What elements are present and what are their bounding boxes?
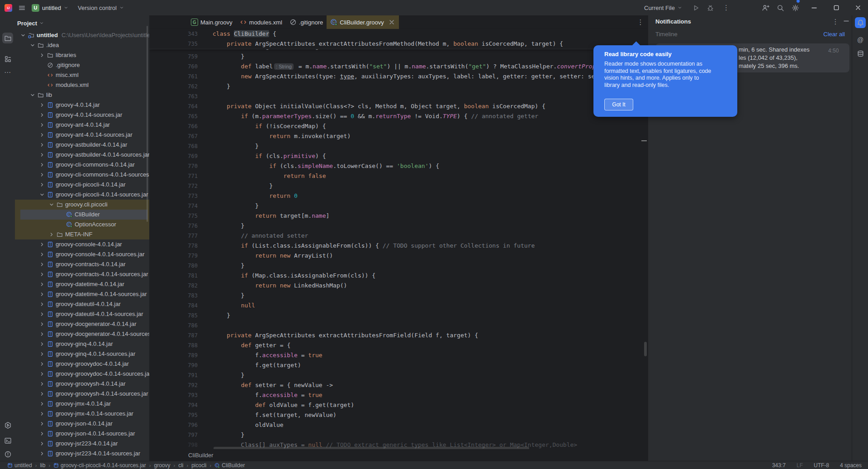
code-line[interactable]: 778 if (List.class.isAssignableFrom(cls)… (149, 241, 648, 251)
tab-clibuilder-groovy[interactable]: CCliBuilder.groovy (327, 15, 399, 29)
tree-row[interactable]: groovy-docgenerator-4.0.14.jar (15, 319, 149, 329)
code-line[interactable]: 767 return m.invoke(target) (149, 131, 648, 141)
code-line[interactable]: 792 def setter = { newValue -> (149, 380, 648, 390)
tree-row[interactable]: groovy-groovysh-4.0.14.jar (15, 379, 149, 389)
close-button[interactable] (854, 0, 862, 15)
tree-row[interactable]: groovy-groovydoc-4.0.14.jar (15, 359, 149, 369)
tree-row[interactable]: misc.xml (15, 70, 149, 80)
chevron-right-icon[interactable] (39, 421, 45, 426)
tree-row[interactable]: groovy-cli-commons-4.0.14-sources.jar (15, 170, 149, 180)
code-line[interactable]: 768 } (149, 141, 648, 151)
code-line[interactable]: 775 return target[m.name] (149, 211, 648, 221)
code-line[interactable]: 765 if (m.parameterTypes.size() == 0 && … (149, 111, 648, 121)
status-breadcrumb-item[interactable]: cli (178, 462, 183, 469)
tab--gitignore[interactable]: .gitignore (286, 15, 327, 29)
code-line[interactable]: 787 private ArgSpecAttributes extractAtt… (149, 330, 648, 340)
run-config-selector[interactable]: Current File (644, 0, 682, 15)
status-widget-utf-8[interactable]: UTF-8 (814, 462, 829, 469)
ai-assistant-rail-button[interactable]: @ (855, 34, 866, 45)
tree-row[interactable]: .idea (15, 40, 149, 50)
vertical-scrollbar[interactable] (644, 342, 647, 356)
tree-row[interactable]: groovy-ant-4.0.14.jar (15, 120, 149, 130)
tree-row[interactable]: groovy-ginq-4.0.14-sources.jar (15, 349, 149, 359)
code-line[interactable]: 770 if (cls.simpleName.toLowerCase() == … (149, 161, 648, 171)
chevron-right-icon[interactable] (39, 53, 45, 58)
tree-row[interactable]: groovy-dateutil-4.0.14-sources.jar (15, 309, 149, 319)
code-line[interactable]: 784 null (149, 301, 648, 311)
chevron-right-icon[interactable] (39, 441, 45, 446)
tab-modules-xml[interactable]: modules.xml (236, 15, 286, 29)
database-rail-button[interactable] (855, 48, 866, 59)
breadcrumb[interactable]: CliBuilder (188, 452, 213, 459)
vcs-widget[interactable]: Version control (78, 0, 124, 15)
tree-row[interactable]: groovy-jsr223-4.0.14-sources.jar (15, 449, 149, 459)
project-widget[interactable]: U untitled (32, 0, 68, 15)
tree-row[interactable]: groovy-4.0.14-sources.jar (15, 110, 149, 120)
chevron-right-icon[interactable] (39, 351, 45, 357)
tree-row[interactable]: groovy-datetime-4.0.14.jar (15, 279, 149, 289)
code-line[interactable]: 766 if (!isCoercedMap) { (149, 121, 648, 131)
tree-row[interactable]: groovy-cli-commons-4.0.14.jar (15, 160, 149, 170)
chevron-right-icon[interactable] (39, 142, 45, 148)
chevron-right-icon[interactable] (49, 232, 54, 237)
tree-row[interactable]: untitledC:\Users\User\IdeaProjects\untit… (15, 30, 149, 40)
hide-panel-button[interactable] (843, 17, 850, 24)
tree-row[interactable]: groovy-astbuilder-4.0.14-sources.jar (15, 150, 149, 160)
chevron-right-icon[interactable] (39, 182, 45, 187)
tree-row[interactable]: groovy-groovydoc-4.0.14-sources.jar (15, 369, 149, 379)
tree-row[interactable]: groovy-cli-picocli-4.0.14-sources.jar (15, 190, 149, 200)
chevron-right-icon[interactable] (39, 411, 45, 416)
chevron-right-icon[interactable] (39, 381, 45, 387)
code-line[interactable]: 790 f.get(target) (149, 360, 648, 370)
got-it-button[interactable]: Got It (604, 99, 633, 110)
rail-button-services[interactable] (2, 420, 13, 431)
tree-row[interactable]: groovy-console-4.0.14-sources.jar (15, 249, 149, 259)
tree-row[interactable]: groovy-jmx-4.0.14.jar (15, 399, 149, 409)
status-breadcrumb-item[interactable]: CCliBuilder (214, 462, 245, 469)
code-viewport[interactable]: 759 }760 def label: String = m.name.star… (149, 52, 648, 450)
maximize-button[interactable] (833, 0, 840, 15)
tree-row[interactable]: groovy-dateutil-4.0.14.jar (15, 299, 149, 309)
chevron-right-icon[interactable] (39, 262, 45, 267)
chevron-right-icon[interactable] (39, 391, 45, 397)
chevron-right-icon[interactable] (39, 122, 45, 128)
code-line[interactable]: 783 } (149, 291, 648, 301)
tree-row[interactable]: groovy.cli.picocli (15, 200, 149, 210)
main-menu-button[interactable] (18, 0, 26, 15)
chevron-right-icon[interactable] (39, 172, 45, 177)
tree-row[interactable]: groovy-jmx-4.0.14-sources.jar (15, 409, 149, 419)
chevron-down-icon[interactable] (30, 43, 35, 48)
status-breadcrumb-item[interactable]: picocli (191, 462, 206, 469)
code-line[interactable]: 760 def label: String = m.name.startsWit… (149, 62, 648, 72)
chevron-right-icon[interactable] (39, 292, 45, 297)
chevron-right-icon[interactable] (39, 252, 45, 257)
code-line[interactable]: 782 return new LinkedHashMap() (149, 281, 648, 291)
status-breadcrumb-item[interactable]: untitled (7, 462, 32, 469)
tree-row[interactable]: groovy-contracts-4.0.14-sources.jar (15, 269, 149, 279)
code-line[interactable]: 764 private Object initialValue(Class<?>… (149, 101, 648, 111)
chevron-right-icon[interactable] (39, 272, 45, 277)
code-line[interactable]: 786 (149, 321, 648, 330)
tree-row[interactable]: groovy-console-4.0.14.jar (15, 239, 149, 249)
rail-button-project-folder[interactable] (2, 33, 13, 43)
chevron-right-icon[interactable] (39, 401, 45, 407)
chevron-right-icon[interactable] (39, 311, 45, 317)
status-breadcrumb-item[interactable]: groovy-cli-picocli-4.0.14-sources.jar (53, 462, 146, 469)
code-line[interactable]: 761 new ArgSpecAttributes(type: type, au… (149, 72, 648, 81)
chevron-down-icon[interactable] (20, 33, 26, 38)
status-breadcrumb-item[interactable]: groovy (154, 462, 170, 469)
rail-button-terminal[interactable] (2, 435, 13, 446)
code-line[interactable]: 769 if (cls.primitive) { (149, 151, 648, 161)
tree-row[interactable]: .gitignore (15, 60, 149, 70)
debug-button[interactable] (707, 0, 714, 15)
code-line[interactable]: 779 return new ArrayList() (149, 251, 648, 261)
clear-all-link[interactable]: Clear all (823, 31, 845, 38)
chevron-right-icon[interactable] (39, 361, 45, 367)
status-breadcrumb-item[interactable]: lib (40, 462, 45, 469)
notifications-options-button[interactable]: ⋮ (831, 17, 840, 26)
tree-row[interactable]: groovy-cli-picocli-4.0.14.jar (15, 180, 149, 190)
tree-row[interactable]: groovy-astbuilder-4.0.14.jar (15, 140, 149, 150)
code-line[interactable]: 789 f.accessible = true (149, 350, 648, 360)
project-tree-scrollbar[interactable] (147, 26, 148, 222)
tab-timeline[interactable]: Timeline (655, 31, 678, 38)
